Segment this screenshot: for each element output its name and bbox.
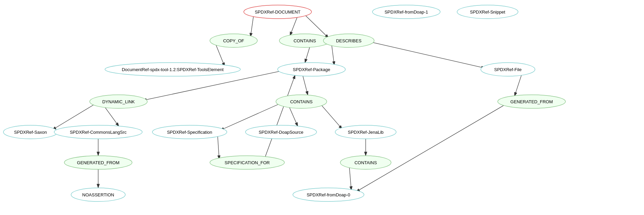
- node-SPDXRef-Saxon[interactable]: SPDXRef-Saxon: [3, 125, 58, 139]
- node-CONTAINS_3[interactable]: CONTAINS: [340, 156, 391, 169]
- node-label: GENERATED_FROM: [510, 99, 553, 104]
- edge: [218, 135, 219, 159]
- node-SPDXRef-Snippet[interactable]: SPDXRef-Snippet: [457, 5, 518, 19]
- node-SPDXRef-DOCUMENT[interactable]: SPDXRef-DOCUMENT: [244, 5, 312, 19]
- node-label: CONTAINS: [355, 160, 377, 165]
- node-label: SPDXRef-File: [494, 67, 522, 72]
- node-CONTAINS_1[interactable]: CONTAINS: [279, 34, 330, 47]
- edge: [332, 45, 335, 65]
- node-label: SPDXRef-Specification: [167, 130, 212, 135]
- node-GENERATED_FROM_2[interactable]: GENERATED_FROM: [64, 156, 132, 169]
- node-label: SPDXRef-Saxon: [14, 130, 47, 135]
- graph-canvas: SPDXRef-DOCUMENTSPDXRef-fromDoap-1SPDXRe…: [0, 0, 644, 215]
- node-label: DocumentRef-spdx-tool-1.2:SPDXRef-ToolsE…: [122, 67, 224, 72]
- node-SPDXRef-Specification[interactable]: SPDXRef-Specification: [152, 125, 227, 139]
- edge: [105, 107, 119, 127]
- node-label: SPDXRef-Package: [293, 67, 330, 72]
- node-label: SPDXRef-DOCUMENT: [255, 9, 300, 15]
- node-SPDXRef-fromDoap-0[interactable]: SPDXRef-fromDoap-0: [293, 188, 364, 201]
- node-DESCRIBES[interactable]: DESCRIBES: [323, 34, 374, 47]
- edge: [321, 105, 342, 129]
- node-DocumentRef[interactable]: DocumentRef-spdx-tool-1.2:SPDXRef-ToolsE…: [105, 63, 240, 76]
- edge: [251, 16, 254, 37]
- node-label: SPDXRef-fromDoap-1: [385, 9, 428, 15]
- edge: [370, 42, 485, 68]
- node-SPDXRef-DoapSource[interactable]: SPDXRef-DoapSource: [245, 125, 317, 139]
- node-SPDXRef-File[interactable]: SPDXRef-File: [481, 63, 535, 76]
- nodes-layer: SPDXRef-DOCUMENTSPDXRef-fromDoap-1SPDXRe…: [3, 5, 565, 201]
- edge: [305, 47, 310, 63]
- node-label: CONTAINS: [294, 38, 316, 43]
- edge: [290, 17, 297, 36]
- edge: [515, 75, 522, 96]
- node-SPDXRef-Package[interactable]: SPDXRef-Package: [278, 63, 345, 76]
- edge: [303, 76, 308, 95]
- node-label: GENERATED_FROM: [77, 160, 119, 165]
- node-label: NOASSERTION: [82, 192, 114, 197]
- node-label: SPDXRef-fromDoap-0: [307, 192, 350, 197]
- node-DYNAMIC_LINK[interactable]: DYNAMIC_LINK: [90, 95, 147, 108]
- node-label: SPDXRef-DoapSource: [259, 130, 303, 135]
- node-label: COPY_OF: [223, 38, 244, 43]
- node-CONTAINS_2[interactable]: CONTAINS: [276, 95, 327, 108]
- edge: [289, 107, 298, 127]
- node-label: SPDXRef-CommonsLangSrc: [70, 130, 127, 135]
- node-NOASSERTION[interactable]: NOASSERTION: [71, 188, 125, 201]
- node-SPECIFICATION_FOR[interactable]: SPECIFICATION_FOR: [210, 156, 284, 169]
- node-label: SPECIFICATION_FOR: [224, 160, 270, 165]
- node-SPDXRef-CommonsLangSrc[interactable]: SPDXRef-CommonsLangSrc: [54, 125, 142, 139]
- node-SPDXRef-fromDoap-1[interactable]: SPDXRef-fromDoap-1: [372, 5, 440, 19]
- edge: [349, 167, 351, 190]
- node-GENERATED_FROM_1[interactable]: GENERATED_FROM: [498, 95, 565, 108]
- node-label: DESCRIBES: [336, 38, 361, 43]
- node-COPY_OF[interactable]: COPY_OF: [210, 34, 257, 47]
- edge: [356, 104, 506, 192]
- node-label: SPDXRef-JenaLib: [348, 130, 384, 135]
- node-label: CONTAINS: [290, 99, 313, 104]
- node-label: SPDXRef-Snippet: [470, 9, 505, 15]
- node-label: DYNAMIC_LINK: [102, 99, 135, 104]
- node-SPDXRef-JenaLib[interactable]: SPDXRef-JenaLib: [335, 125, 396, 139]
- edge: [265, 75, 295, 157]
